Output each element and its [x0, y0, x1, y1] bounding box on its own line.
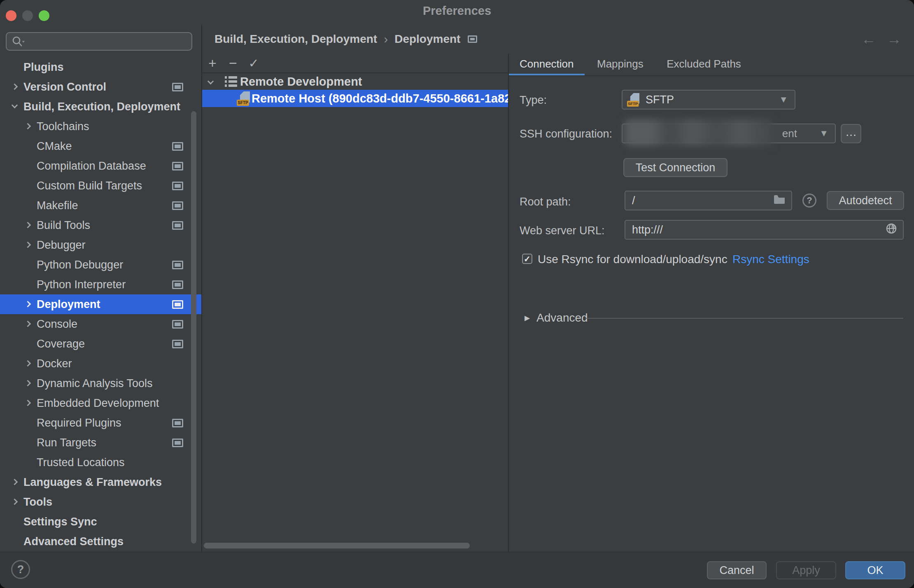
horizontal-scrollbar[interactable] [204, 543, 470, 548]
settings-search-box[interactable] [6, 32, 192, 51]
advanced-separator [585, 318, 903, 319]
use-rsync-checkbox[interactable]: ✓ [522, 254, 532, 264]
sidebar-item[interactable]: Docker [0, 354, 201, 373]
sidebar-item[interactable]: Version Control [0, 77, 201, 97]
sidebar-item-label: Compilation Database [37, 160, 146, 173]
sidebar-item[interactable]: Plugins [0, 57, 201, 77]
sidebar-item[interactable]: Embedded Development [0, 393, 201, 413]
back-arrow-icon[interactable]: ← [861, 30, 876, 48]
use-as-default-button[interactable]: ✓ [243, 56, 264, 70]
sidebar-item[interactable]: Tools [0, 492, 201, 512]
header-row: Build, Execution, Deployment › Deploymen… [201, 25, 914, 54]
sidebar-item-label: Debugger [37, 239, 86, 252]
tree-host-label: Remote Host (890dc83d-ddb7-4550-8661-1a8… [252, 92, 508, 105]
sidebar-item[interactable]: Compilation Database [0, 156, 201, 176]
chevron-icon [12, 499, 18, 505]
ssh-more-options-button[interactable]: … [841, 124, 861, 143]
tree-group-row[interactable]: Remote Development [202, 73, 508, 90]
sidebar-item-label: Settings Sync [23, 516, 97, 528]
sidebar-item-label: Makefile [37, 199, 78, 212]
sidebar-item[interactable]: CMake [0, 136, 201, 156]
root-path-field [625, 191, 792, 210]
chevron-down-icon[interactable] [208, 78, 214, 85]
tab[interactable]: Mappings [586, 54, 654, 76]
sidebar-item[interactable]: Languages & Frameworks [0, 472, 201, 492]
sidebar-item[interactable]: Coverage [0, 334, 201, 354]
sidebar-item-label: Build, Execution, Deployment [23, 100, 180, 113]
add-server-button[interactable]: + [202, 55, 223, 71]
sidebar-scrollbar[interactable] [191, 111, 196, 544]
search-input[interactable] [29, 35, 187, 48]
screen-settings-icon [172, 201, 183, 210]
sidebar-item[interactable]: Deployment [0, 294, 201, 314]
screen-settings-icon [172, 419, 183, 427]
ssh-configuration-dropdown[interactable]: ent ▼ [622, 124, 836, 143]
globe-icon[interactable] [886, 223, 897, 237]
tree-host-row-selected[interactable]: SFTP Remote Host (890dc83d-ddb7-4550-866… [202, 90, 508, 107]
apply-label: Apply [792, 564, 820, 577]
breadcrumb: Build, Execution, Deployment › Deploymen… [215, 25, 477, 54]
chevron-icon [25, 242, 31, 248]
help-button[interactable]: ? [11, 560, 30, 579]
sidebar-item-label: Coverage [37, 338, 85, 350]
sidebar-item[interactable]: Python Interpreter [0, 275, 201, 294]
autodetect-button[interactable]: Autodetect [827, 191, 904, 210]
sidebar-item[interactable]: Dynamic Analysis Tools [0, 373, 201, 393]
preferences-dialog: Preferences Plugins [0, 0, 914, 588]
remove-server-button[interactable]: − [223, 55, 243, 71]
advanced-toggle[interactable]: ▶ Advanced [525, 311, 588, 324]
tab[interactable]: Excluded Paths [656, 54, 752, 76]
sidebar-item-label: Tools [23, 496, 52, 509]
sidebar-item-label: Console [37, 318, 77, 331]
root-path-input[interactable] [631, 194, 770, 208]
test-connection-button[interactable]: Test Connection [623, 158, 727, 177]
collapsed-triangle-icon: ▶ [525, 314, 530, 322]
sftp-type-icon: SFTP [627, 92, 641, 107]
sidebar-item-label: Advanced Settings [23, 535, 124, 548]
forward-arrow-icon[interactable]: → [887, 30, 902, 48]
tree-group-label: Remote Development [240, 75, 362, 89]
sidebar-item[interactable]: Build, Execution, Deployment [0, 97, 201, 117]
chevron-icon [12, 84, 18, 90]
breadcrumb-current: Deployment [394, 33, 460, 46]
sidebar-item[interactable]: Trusted Locations [0, 453, 201, 472]
breadcrumb-parent[interactable]: Build, Execution, Deployment [215, 33, 377, 46]
sidebar-item[interactable]: Custom Build Targets [0, 176, 201, 196]
titlebar: Preferences [0, 0, 914, 25]
web-server-url-input[interactable] [631, 223, 882, 237]
sidebar-item[interactable]: Required Plugins [0, 413, 201, 433]
sidebar-item[interactable]: Debugger [0, 235, 201, 255]
sidebar-item[interactable]: Makefile [0, 196, 201, 215]
sidebar-item[interactable]: Console [0, 314, 201, 334]
type-dropdown[interactable]: SFTP SFTP ▼ [622, 90, 795, 110]
sidebar-item-label: Version Control [23, 81, 106, 93]
ok-button[interactable]: OK [845, 561, 905, 579]
sidebar-item[interactable]: Advanced Settings [0, 532, 201, 551]
servers-panel: + − ✓ Remote Development SFTP Remote Hos… [202, 54, 508, 552]
sidebar-item-label: Docker [37, 357, 72, 370]
sidebar-item[interactable]: Python Debugger [0, 255, 201, 275]
chevron-icon [25, 321, 31, 327]
sidebar-item[interactable]: Toolchains [0, 117, 201, 136]
screen-settings-icon [172, 142, 183, 151]
rsync-settings-link[interactable]: Rsync Settings [732, 253, 809, 266]
sidebar-item-label: Languages & Frameworks [23, 476, 162, 489]
cancel-button[interactable]: Cancel [707, 561, 767, 579]
dropdown-arrow-icon: ▼ [779, 94, 788, 105]
sidebar-item-label: Custom Build Targets [37, 180, 142, 192]
sidebar-item-label: Required Plugins [37, 417, 121, 429]
tabs-separator [509, 75, 914, 76]
sidebar-item[interactable]: Build Tools [0, 215, 201, 235]
chevron-icon [25, 360, 31, 367]
folder-browse-icon[interactable] [773, 194, 786, 207]
root-path-help-icon[interactable]: ? [802, 194, 816, 208]
tab[interactable]: Connection [509, 54, 585, 76]
apply-button-disabled[interactable]: Apply [776, 561, 836, 579]
tabs-bar: Connection Mappings Excluded Paths [509, 54, 914, 76]
ellipsis-icon: … [845, 126, 857, 139]
sidebar-item[interactable]: Run Targets [0, 433, 201, 453]
screen-settings-icon [172, 182, 183, 190]
sidebar-item-label: Toolchains [37, 120, 89, 133]
window-title: Preferences [0, 4, 914, 18]
sidebar-item[interactable]: Settings Sync [0, 512, 201, 532]
